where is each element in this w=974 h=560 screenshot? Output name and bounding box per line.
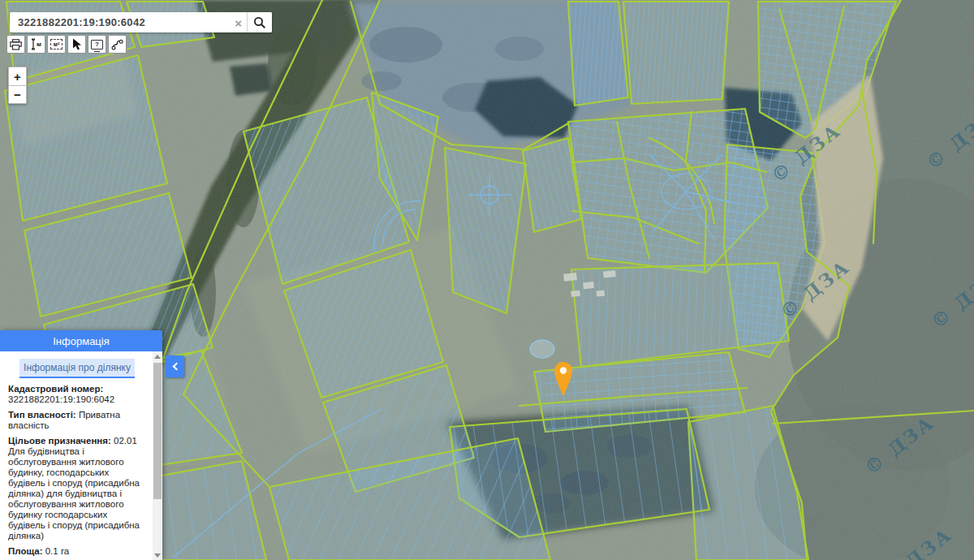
zoom-out-button[interactable]: − (8, 85, 27, 104)
field-designated-purpose: Цільове призначення: 02.01 Для будівницт… (8, 436, 144, 541)
search-bar: × (10, 12, 272, 32)
map-toolbar: м м² ? (6, 35, 127, 54)
measure-area-icon: м² (50, 39, 62, 50)
measure-length-icon: м (31, 38, 41, 50)
clear-search-icon[interactable]: × (235, 16, 242, 28)
info-panel-title: Інформація (0, 330, 162, 351)
scrollbar-thumb[interactable] (153, 363, 162, 499)
panel-scrollbar[interactable] (153, 351, 162, 560)
field-area: Площа: 0.1 га (8, 546, 144, 557)
cursor-arrow-icon (72, 38, 82, 50)
panel-collapse-button[interactable] (166, 355, 184, 377)
search-input[interactable] (10, 12, 247, 32)
tab-parcel-info[interactable]: Інформація про ділянку (19, 359, 135, 378)
scroll-up-icon[interactable] (153, 351, 162, 361)
search-icon (253, 16, 266, 29)
zoom-control: + − (8, 67, 27, 104)
cadastral-map-app: © ДЗА © ДЗА © ДЗА © ДЗА © ДЗА © ДЗА × (0, 0, 974, 560)
search-button[interactable] (248, 12, 272, 32)
route-button[interactable] (108, 35, 127, 54)
measure-length-button[interactable]: м (27, 35, 45, 54)
select-cursor-button[interactable] (67, 35, 86, 54)
location-marker-icon (554, 362, 572, 396)
identify-button[interactable]: ? (88, 35, 106, 54)
search-input-wrap: × (10, 12, 248, 32)
measure-area-button[interactable]: м² (47, 35, 66, 54)
chevron-left-icon (172, 363, 180, 371)
identify-screen-icon: ? (91, 40, 103, 50)
zoom-in-button[interactable]: + (8, 67, 27, 85)
print-button[interactable] (6, 35, 25, 54)
field-ownership-type: Тип власності: Приватна власність (8, 410, 144, 431)
printer-icon (10, 39, 22, 50)
scroll-down-icon[interactable] (153, 550, 162, 560)
info-panel: Інформація Інформація про ділянку Кадаст… (0, 330, 162, 560)
route-icon (111, 39, 123, 50)
info-panel-body: Інформація про ділянку Кадастровий номер… (0, 351, 162, 560)
field-cadastral-number: Кадастровий номер: 3221882201:19:190:604… (8, 384, 144, 405)
